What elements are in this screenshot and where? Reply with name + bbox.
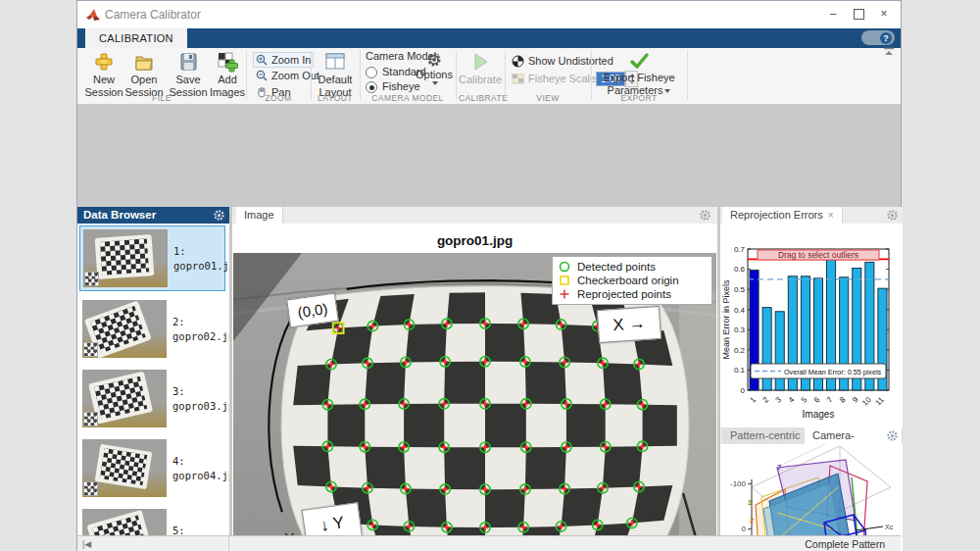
toolstrip-tabs: CALIBRATION ? [77, 28, 901, 48]
svg-text:8: 8 [838, 395, 848, 405]
svg-text:Images: Images [803, 409, 835, 420]
default-layout-icon [324, 51, 346, 73]
svg-text:0.5: 0.5 [734, 285, 746, 294]
svg-text:3: 3 [774, 395, 784, 405]
checkerboard-badge-icon [83, 342, 98, 357]
title-bar: Camera Calibrator – × [77, 1, 901, 29]
zoom-out-button[interactable]: Zoom Out [253, 69, 322, 82]
export-fisheye-parameters-button[interactable]: Export Fisheye Parameters [598, 51, 680, 97]
group-label-zoom: ZOOM [249, 93, 308, 103]
help-button[interactable]: ? [861, 30, 895, 45]
svg-text:0: 0 [742, 525, 747, 533]
image-number: 2: [172, 315, 229, 329]
group-file: New Session Open Session Save [79, 48, 244, 104]
zoom-out-icon [256, 70, 268, 81]
checkerboard-badge-icon [83, 412, 98, 426]
image-legend: Detected points Checkerboard origin Repr… [552, 256, 712, 305]
window-title: Camera Calibrator [105, 8, 201, 22]
group-calibrate: Calibrate CALIBRATE [459, 48, 502, 104]
image-number: 3: [172, 384, 229, 399]
reprojection-bar-chart[interactable]: 00.10.20.30.40.50.60.71234567891011Drag … [720, 224, 903, 427]
legend-detected-points: Detected points [559, 260, 706, 274]
zoom-in-icon [256, 54, 268, 66]
zoom-in-button[interactable]: Zoom In [253, 52, 314, 68]
svg-text:6: 6 [812, 395, 822, 405]
list-item-gopro02[interactable]: 2:gopro02.jpg [79, 296, 225, 362]
image-number: 4: [172, 454, 229, 469]
checkerboard-badge-icon [83, 481, 98, 496]
image-panel: gopro01.jpg XY (0,0) X → ↓ Y Detected po… [232, 224, 717, 551]
gear-icon[interactable] [699, 209, 711, 222]
svg-text:Drag to select outliers: Drag to select outliers [778, 250, 858, 260]
open-session-button[interactable]: Open Session [124, 51, 164, 99]
list-item-gopro03[interactable]: 3:gopro03.jpg [79, 366, 225, 431]
radio-icon [366, 67, 377, 78]
svg-text:5: 5 [800, 395, 809, 405]
collapse-browser-button[interactable]: |◀ [77, 536, 229, 551]
x-axis-annotation: X → [597, 306, 662, 343]
main-area: Data Browser 1:gopro01.jpg 2:gopro02.jpg… [77, 104, 901, 535]
checkmark-icon [628, 51, 650, 71]
view3d-panel-tabbar: Pattern-centric× Camera-centric× [720, 427, 903, 445]
default-layout-button[interactable]: Default Layout [316, 51, 355, 99]
svg-text:10: 10 [860, 395, 873, 408]
close-button[interactable]: × [871, 1, 897, 26]
chevron-down-icon [432, 81, 438, 85]
tab-image[interactable]: Image [236, 207, 283, 224]
image-number: 1: [173, 244, 229, 259]
calibration-image[interactable]: XY (0,0) X → ↓ Y Detected points Checker… [233, 253, 716, 551]
gear-icon[interactable] [886, 209, 899, 222]
gear-icon[interactable] [213, 209, 225, 222]
group-label-layout: LAYOUT [314, 93, 357, 103]
radio-fisheye[interactable]: Fisheye [366, 79, 420, 93]
status-bar: |◀ Complete Pattern [77, 535, 901, 551]
svg-text:2: 2 [750, 516, 755, 525]
play-icon [469, 51, 491, 73]
svg-text:Mean Error in Pixels: Mean Error in Pixels [721, 279, 731, 360]
image-filename: gopro03.jpg [172, 399, 229, 414]
svg-text:0.2: 0.2 [734, 346, 746, 355]
status-text: Complete Pattern [805, 536, 885, 551]
save-session-icon [177, 51, 199, 73]
thumbnail-image [82, 370, 167, 427]
image-filename: gopro02.jpg [172, 329, 229, 344]
square-marker-icon [559, 275, 570, 286]
group-label-calibrate: CALIBRATE [459, 93, 502, 103]
svg-text:4: 4 [787, 395, 797, 405]
options-button[interactable]: Options [416, 52, 453, 85]
tab-calibration[interactable]: CALIBRATION [85, 28, 187, 48]
svg-text:Xc: Xc [885, 524, 894, 530]
svg-text:9: 9 [851, 395, 860, 405]
calibrate-button[interactable]: Calibrate [461, 51, 500, 86]
svg-text:0.6: 0.6 [734, 265, 746, 274]
collapse-ribbon-button[interactable] [883, 47, 895, 56]
new-session-button[interactable]: New Session [85, 51, 122, 99]
tab-reprojection-errors[interactable]: Reprojection Errors× [722, 207, 843, 224]
minimize-button[interactable]: – [820, 1, 846, 26]
image-panel-tabbar: Image [232, 207, 717, 225]
group-camera-model: Camera Model: Standard Fisheye Options C… [363, 48, 453, 104]
legend-checkerboard-origin: Checkerboard origin [559, 274, 706, 287]
app-window: Camera Calibrator – × CALIBRATION ? New … [76, 0, 902, 551]
help-icon: ? [880, 32, 892, 44]
group-view: Show Undistorted Fisheye Scale 1.00 VIEW [508, 48, 588, 104]
group-label-export: EXPORT [594, 93, 684, 103]
ribbon: New Session Open Session Save [77, 48, 901, 105]
group-label-camera-model: CAMERA MODEL [363, 93, 453, 103]
list-item-gopro04[interactable]: 4:gopro04.jpg [79, 435, 225, 501]
svg-text:3: 3 [748, 498, 753, 507]
open-session-icon [133, 51, 155, 73]
group-label-file: FILE [79, 93, 244, 103]
data-browser-header: Data Browser [77, 207, 229, 224]
svg-text:0.1: 0.1 [734, 366, 746, 375]
radio-selected-icon [366, 81, 377, 93]
circle-marker-icon [559, 261, 570, 273]
gear-icon[interactable] [886, 429, 899, 442]
maximize-button[interactable] [846, 1, 871, 26]
fisheye-scale-icon [512, 74, 524, 84]
list-item-gopro01[interactable]: 1:gopro01.jpg [79, 225, 225, 291]
matlab-logo-icon [85, 7, 101, 23]
legend-reprojected-points: Reprojected points [559, 287, 706, 301]
svg-text:2: 2 [761, 395, 771, 405]
close-icon[interactable]: × [828, 210, 834, 221]
